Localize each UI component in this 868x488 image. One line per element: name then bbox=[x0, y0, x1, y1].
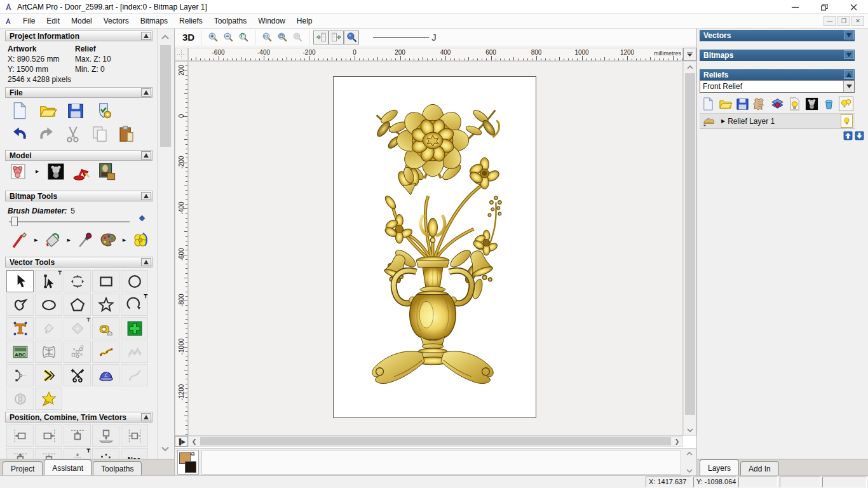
pan-next-button[interactable] bbox=[329, 30, 344, 44]
panel-scrollbar[interactable] bbox=[158, 29, 173, 459]
greyscale-model-icon[interactable] bbox=[46, 162, 65, 181]
zoom-fit-button[interactable] bbox=[275, 30, 290, 44]
pan-prev-button[interactable] bbox=[313, 30, 329, 44]
measure-tool-tool-button[interactable] bbox=[92, 317, 119, 339]
mdi-close-button[interactable]: ✕ bbox=[851, 16, 864, 26]
arc-node-tool-button[interactable] bbox=[6, 364, 34, 386]
new-layer-icon[interactable] bbox=[701, 97, 715, 111]
zoom-in-button[interactable] bbox=[205, 30, 220, 44]
menu-file[interactable]: File bbox=[17, 15, 41, 27]
trim-scissors-tool-button[interactable] bbox=[64, 364, 91, 386]
dropdown-arrow-icon[interactable] bbox=[843, 81, 854, 92]
arc-tool-tool-button[interactable]: ┳ bbox=[121, 294, 148, 316]
section-project-information[interactable]: Project Information bbox=[5, 30, 153, 41]
import-relief-icon[interactable] bbox=[752, 97, 767, 111]
palette-scroll[interactable] bbox=[684, 450, 695, 475]
menu-bitmaps[interactable]: Bitmaps bbox=[135, 15, 173, 27]
model-canvas[interactable] bbox=[188, 61, 683, 436]
mdi-restore-button[interactable]: ❐ bbox=[837, 16, 850, 26]
tab-layers[interactable]: Layers bbox=[700, 459, 739, 475]
reliefs-section-header[interactable]: Reliefs bbox=[700, 69, 855, 81]
flood-fill-icon[interactable] bbox=[43, 231, 62, 250]
colour-picker-icon[interactable] bbox=[76, 231, 95, 250]
tab-assistant[interactable]: Assistant bbox=[44, 459, 92, 475]
text-abc-tool-button[interactable]: ABC bbox=[6, 341, 34, 363]
section-file[interactable]: File bbox=[5, 87, 153, 98]
save-model-icon[interactable] bbox=[66, 101, 85, 120]
offset-vector-tool-button[interactable]: ┳ bbox=[64, 317, 91, 339]
menu-reliefs[interactable]: Reliefs bbox=[173, 15, 208, 27]
delete-layer-icon[interactable] bbox=[822, 97, 836, 111]
save-layer-icon[interactable] bbox=[735, 97, 750, 111]
expand-button[interactable] bbox=[844, 50, 854, 59]
mdi-minimize-button[interactable]: — bbox=[824, 16, 836, 26]
canvas-vertical-scrollbar[interactable] bbox=[683, 61, 696, 436]
collapse-button[interactable] bbox=[141, 32, 151, 40]
menu-vectors[interactable]: Vectors bbox=[98, 15, 135, 27]
envelope-distort-tool-button[interactable] bbox=[35, 341, 62, 363]
section-vector-tools[interactable]: Vector Tools bbox=[5, 257, 153, 268]
circle-tool-tool-button[interactable] bbox=[121, 270, 148, 292]
bulb-page-icon[interactable] bbox=[787, 97, 802, 111]
polygon-tool-tool-button[interactable] bbox=[64, 294, 91, 316]
gray-mountains-tool-button[interactable] bbox=[121, 341, 148, 363]
ellipse-tool-tool-button[interactable] bbox=[35, 294, 62, 316]
align-center-v-tool-button[interactable] bbox=[6, 448, 34, 459]
paste-along-curve-tool-button[interactable] bbox=[64, 341, 91, 363]
collapse-button[interactable] bbox=[141, 88, 151, 97]
star-wizard-tool-button[interactable] bbox=[35, 388, 62, 410]
align-stack-tool-button[interactable]: ┳ bbox=[64, 448, 91, 459]
copy-icon[interactable] bbox=[90, 125, 109, 144]
open-layer-icon[interactable] bbox=[718, 97, 733, 111]
redo-icon[interactable] bbox=[37, 125, 56, 144]
block-add-tool-button[interactable] bbox=[121, 317, 148, 339]
menu-help[interactable]: Help bbox=[291, 15, 318, 27]
move-layer-up-button[interactable] bbox=[843, 131, 853, 140]
texture-relief-icon[interactable] bbox=[97, 162, 116, 181]
dome-tool-tool-button[interactable] bbox=[92, 364, 119, 386]
vectors-section-header[interactable]: Vectors bbox=[700, 30, 855, 41]
palette-icon[interactable] bbox=[98, 231, 118, 250]
tab-add-in[interactable]: Add In bbox=[740, 461, 779, 475]
move-layer-down-button[interactable] bbox=[855, 131, 864, 140]
cut-icon[interactable] bbox=[64, 125, 83, 144]
align-left-tool-button[interactable] bbox=[6, 424, 34, 447]
bitmaps-section-header[interactable]: Bitmaps bbox=[700, 50, 855, 61]
link-colours-icon[interactable]: ⧉ bbox=[191, 451, 194, 458]
expand-layer-icon[interactable]: ▶ bbox=[721, 118, 725, 124]
layer-visibility-bulb-icon[interactable] bbox=[841, 114, 853, 128]
flyout-arrow-icon[interactable]: ▶ bbox=[36, 169, 39, 174]
paint-tool-icon[interactable] bbox=[10, 231, 29, 250]
section-position-combine[interactable]: Position, Combine, Trim Vectors bbox=[5, 412, 153, 423]
flyout-arrow-icon[interactable]: ▶ bbox=[123, 238, 126, 243]
align-center-h-tool-button[interactable] bbox=[35, 448, 62, 459]
fit-spline-tool-button[interactable] bbox=[92, 341, 119, 363]
brush-diameter-slider[interactable] bbox=[9, 221, 130, 222]
align-right-tool-button[interactable] bbox=[35, 424, 62, 447]
sketch-relief-icon[interactable] bbox=[9, 162, 28, 181]
splitter-button[interactable]: ▐▶ bbox=[175, 436, 188, 447]
node-edit-tool-button[interactable]: ┳ bbox=[35, 270, 62, 292]
mirror-merge-tool-button[interactable] bbox=[6, 388, 34, 410]
zoom-out-button[interactable] bbox=[220, 30, 236, 44]
polyline-tool-tool-button[interactable] bbox=[6, 294, 34, 316]
center-both-tool-button[interactable] bbox=[121, 424, 148, 447]
colour-palette-tray[interactable] bbox=[201, 450, 681, 475]
restore-button[interactable] bbox=[810, 0, 839, 14]
brush-slider-thumb[interactable] bbox=[11, 217, 18, 226]
nesting-tool-button[interactable]: Nes bbox=[121, 448, 148, 459]
transform-tool-button[interactable] bbox=[64, 270, 91, 292]
menu-window[interactable]: Window bbox=[252, 15, 291, 27]
relief-layer-row[interactable]: + ▶ Relief Layer 1 bbox=[700, 113, 855, 129]
open-model-icon[interactable] bbox=[38, 101, 57, 120]
zoom-previous-button[interactable] bbox=[236, 30, 251, 44]
tab-project[interactable]: Project bbox=[3, 461, 43, 475]
model-wizard-icon[interactable] bbox=[94, 101, 113, 120]
texture-flow-icon[interactable] bbox=[131, 231, 150, 250]
minimize-button[interactable] bbox=[780, 0, 810, 14]
collapse-button[interactable] bbox=[141, 413, 151, 421]
menu-model[interactable]: Model bbox=[65, 15, 98, 27]
collapse-button[interactable] bbox=[844, 70, 854, 79]
toggle-all-bulbs-icon[interactable] bbox=[839, 97, 853, 111]
rectangle-tool-tool-button[interactable] bbox=[92, 270, 119, 292]
